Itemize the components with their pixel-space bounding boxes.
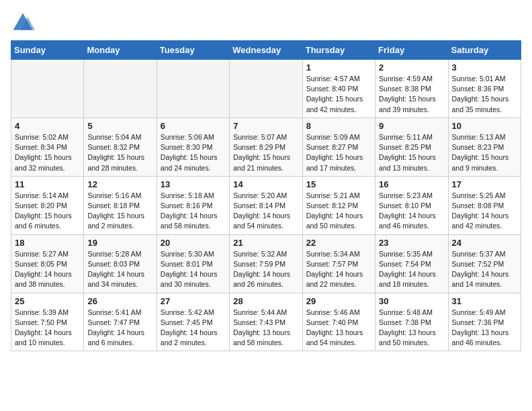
day-info: Sunrise: 4:57 AM Sunset: 8:40 PM Dayligh… (306, 74, 371, 115)
calendar-cell: 13Sunrise: 5:18 AM Sunset: 8:16 PM Dayli… (157, 176, 229, 234)
day-info: Sunrise: 5:44 AM Sunset: 7:43 PM Dayligh… (233, 308, 298, 349)
calendar-cell: 5Sunrise: 5:04 AM Sunset: 8:32 PM Daylig… (84, 118, 157, 176)
day-info: Sunrise: 5:46 AM Sunset: 7:40 PM Dayligh… (306, 308, 371, 349)
week-row-2: 4Sunrise: 5:02 AM Sunset: 8:34 PM Daylig… (11, 118, 521, 176)
day-info: Sunrise: 5:32 AM Sunset: 7:59 PM Dayligh… (233, 249, 298, 290)
day-info: Sunrise: 5:01 AM Sunset: 8:36 PM Dayligh… (452, 74, 517, 115)
day-info: Sunrise: 5:02 AM Sunset: 8:34 PM Dayligh… (15, 132, 80, 173)
weekday-header-monday: Monday (84, 41, 157, 60)
weekday-header-wednesday: Wednesday (230, 41, 302, 60)
day-info: Sunrise: 5:34 AM Sunset: 7:57 PM Dayligh… (306, 249, 371, 290)
day-info: Sunrise: 5:06 AM Sunset: 8:30 PM Dayligh… (161, 132, 226, 173)
calendar-cell: 6Sunrise: 5:06 AM Sunset: 8:30 PM Daylig… (157, 118, 229, 176)
day-number: 3 (452, 62, 517, 73)
day-info: Sunrise: 5:35 AM Sunset: 7:54 PM Dayligh… (379, 249, 444, 290)
calendar-cell: 19Sunrise: 5:28 AM Sunset: 8:03 PM Dayli… (84, 234, 157, 293)
day-number: 12 (87, 179, 152, 189)
day-info: Sunrise: 5:23 AM Sunset: 8:10 PM Dayligh… (379, 191, 444, 232)
day-number: 23 (379, 238, 444, 248)
day-number: 15 (306, 179, 371, 189)
day-number: 22 (306, 238, 371, 248)
day-info: Sunrise: 5:21 AM Sunset: 8:12 PM Dayligh… (306, 191, 371, 232)
calendar-cell: 16Sunrise: 5:23 AM Sunset: 8:10 PM Dayli… (375, 176, 448, 234)
calendar-cell: 4Sunrise: 5:02 AM Sunset: 8:34 PM Daylig… (11, 118, 84, 176)
day-number: 29 (306, 296, 371, 306)
day-info: Sunrise: 4:59 AM Sunset: 8:38 PM Dayligh… (379, 74, 444, 115)
week-row-4: 18Sunrise: 5:27 AM Sunset: 8:05 PM Dayli… (11, 234, 521, 293)
day-number: 30 (379, 296, 444, 306)
day-number: 24 (452, 238, 517, 248)
calendar-cell: 12Sunrise: 5:16 AM Sunset: 8:18 PM Dayli… (84, 176, 157, 234)
day-info: Sunrise: 5:09 AM Sunset: 8:27 PM Dayligh… (306, 132, 371, 173)
day-info: Sunrise: 5:30 AM Sunset: 8:01 PM Dayligh… (161, 249, 226, 290)
day-number: 10 (452, 121, 517, 131)
calendar-cell (84, 60, 157, 118)
calendar-cell: 15Sunrise: 5:21 AM Sunset: 8:12 PM Dayli… (302, 176, 375, 234)
day-info: Sunrise: 5:18 AM Sunset: 8:16 PM Dayligh… (161, 191, 226, 232)
day-number: 25 (15, 296, 80, 306)
day-number: 7 (233, 121, 298, 131)
calendar-cell: 17Sunrise: 5:25 AM Sunset: 8:08 PM Dayli… (448, 176, 521, 234)
day-number: 6 (161, 121, 226, 131)
calendar-cell: 18Sunrise: 5:27 AM Sunset: 8:05 PM Dayli… (11, 234, 84, 293)
day-number: 27 (161, 296, 226, 306)
day-number: 1 (306, 62, 371, 73)
calendar-cell (157, 60, 229, 118)
day-info: Sunrise: 5:04 AM Sunset: 8:32 PM Dayligh… (87, 132, 152, 173)
day-number: 2 (379, 62, 444, 73)
day-number: 17 (452, 179, 517, 189)
calendar-cell (11, 60, 84, 118)
calendar-cell: 30Sunrise: 5:48 AM Sunset: 7:38 PM Dayli… (375, 293, 448, 351)
calendar-cell: 27Sunrise: 5:42 AM Sunset: 7:45 PM Dayli… (157, 293, 229, 351)
day-number: 20 (161, 238, 226, 248)
weekday-header-tuesday: Tuesday (157, 41, 229, 60)
calendar-cell: 3Sunrise: 5:01 AM Sunset: 8:36 PM Daylig… (448, 60, 521, 118)
calendar-cell (230, 60, 302, 118)
day-number: 11 (15, 179, 80, 189)
calendar-cell: 7Sunrise: 5:07 AM Sunset: 8:29 PM Daylig… (230, 118, 302, 176)
day-number: 14 (233, 179, 298, 189)
logo (11, 11, 39, 35)
calendar-cell: 24Sunrise: 5:37 AM Sunset: 7:52 PM Dayli… (448, 234, 521, 293)
weekday-header-row: SundayMondayTuesdayWednesdayThursdayFrid… (11, 41, 521, 60)
day-number: 5 (87, 121, 152, 131)
calendar-cell: 10Sunrise: 5:13 AM Sunset: 8:23 PM Dayli… (448, 118, 521, 176)
day-info: Sunrise: 5:14 AM Sunset: 8:20 PM Dayligh… (15, 191, 80, 232)
day-info: Sunrise: 5:13 AM Sunset: 8:23 PM Dayligh… (452, 132, 517, 173)
calendar-cell: 11Sunrise: 5:14 AM Sunset: 8:20 PM Dayli… (11, 176, 84, 234)
page-header (11, 11, 521, 35)
day-number: 8 (306, 121, 371, 131)
calendar-cell: 14Sunrise: 5:20 AM Sunset: 8:14 PM Dayli… (230, 176, 302, 234)
day-number: 16 (379, 179, 444, 189)
day-number: 26 (87, 296, 152, 306)
calendar-cell: 29Sunrise: 5:46 AM Sunset: 7:40 PM Dayli… (302, 293, 375, 351)
logo-icon (11, 11, 35, 35)
day-info: Sunrise: 5:27 AM Sunset: 8:05 PM Dayligh… (15, 249, 80, 290)
day-number: 13 (161, 179, 226, 189)
day-info: Sunrise: 5:42 AM Sunset: 7:45 PM Dayligh… (161, 308, 226, 349)
weekday-header-sunday: Sunday (11, 41, 84, 60)
weekday-header-friday: Friday (375, 41, 448, 60)
weekday-header-saturday: Saturday (448, 41, 521, 60)
calendar-cell: 31Sunrise: 5:49 AM Sunset: 7:36 PM Dayli… (448, 293, 521, 351)
day-number: 19 (87, 238, 152, 248)
calendar-cell: 2Sunrise: 4:59 AM Sunset: 8:38 PM Daylig… (375, 60, 448, 118)
day-info: Sunrise: 5:16 AM Sunset: 8:18 PM Dayligh… (87, 191, 152, 232)
day-number: 28 (233, 296, 298, 306)
calendar-cell: 21Sunrise: 5:32 AM Sunset: 7:59 PM Dayli… (230, 234, 302, 293)
day-info: Sunrise: 5:28 AM Sunset: 8:03 PM Dayligh… (87, 249, 152, 290)
day-info: Sunrise: 5:49 AM Sunset: 7:36 PM Dayligh… (452, 308, 517, 349)
calendar-cell: 23Sunrise: 5:35 AM Sunset: 7:54 PM Dayli… (375, 234, 448, 293)
day-number: 21 (233, 238, 298, 248)
day-number: 18 (15, 238, 80, 248)
calendar-cell: 22Sunrise: 5:34 AM Sunset: 7:57 PM Dayli… (302, 234, 375, 293)
calendar-cell: 1Sunrise: 4:57 AM Sunset: 8:40 PM Daylig… (302, 60, 375, 118)
day-info: Sunrise: 5:37 AM Sunset: 7:52 PM Dayligh… (452, 249, 517, 290)
day-info: Sunrise: 5:20 AM Sunset: 8:14 PM Dayligh… (233, 191, 298, 232)
day-info: Sunrise: 5:11 AM Sunset: 8:25 PM Dayligh… (379, 132, 444, 173)
calendar-cell: 20Sunrise: 5:30 AM Sunset: 8:01 PM Dayli… (157, 234, 229, 293)
day-number: 31 (452, 296, 517, 306)
day-number: 4 (15, 121, 80, 131)
day-info: Sunrise: 5:39 AM Sunset: 7:50 PM Dayligh… (15, 308, 80, 349)
calendar-cell: 28Sunrise: 5:44 AM Sunset: 7:43 PM Dayli… (230, 293, 302, 351)
